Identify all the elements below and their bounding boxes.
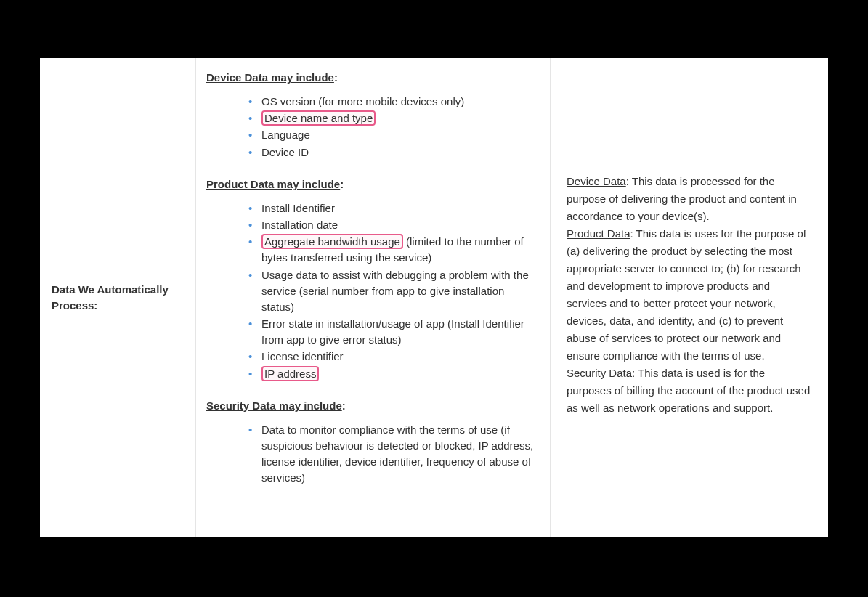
device-data-list: OS version (for more mobile devices only… bbox=[206, 94, 534, 161]
product-heading-text: Product Data may include bbox=[206, 178, 340, 190]
highlight-device-name-type: Device name and type bbox=[261, 110, 376, 126]
list-item: Installation date bbox=[251, 217, 534, 233]
list-item: Error state in installation/usage of app… bbox=[251, 316, 534, 348]
list-item: Device name and type bbox=[251, 110, 534, 126]
highlight-ip-address: IP address bbox=[261, 366, 319, 381]
list-item: OS version (for more mobile devices only… bbox=[251, 94, 534, 110]
column-right: Device Data: This data is processed for … bbox=[551, 58, 828, 537]
list-item: Language bbox=[251, 127, 534, 143]
product-data-label: Product Data bbox=[567, 227, 630, 240]
product-data-body: : This data is uses for the purpose of (… bbox=[567, 227, 806, 362]
device-data-label: Device Data bbox=[567, 175, 626, 187]
security-heading-text: Security Data may include bbox=[206, 399, 342, 412]
list-item: License identifier bbox=[251, 349, 534, 365]
product-data-list: Install Identifier Installation date Agg… bbox=[206, 200, 534, 382]
colon: : bbox=[340, 178, 344, 190]
product-data-heading: Product Data may include: bbox=[206, 178, 534, 190]
device-data-heading: Device Data may include: bbox=[206, 71, 534, 84]
colon: : bbox=[342, 399, 346, 412]
right-description-block: Device Data: This data is processed for … bbox=[567, 173, 811, 417]
document-page: Data We Automatically Process: Device Da… bbox=[40, 58, 828, 537]
list-item: Install Identifier bbox=[251, 200, 534, 216]
colon: : bbox=[334, 71, 338, 84]
list-item: Aggregate bandwidth usage (limited to th… bbox=[251, 234, 534, 266]
device-heading-text: Device Data may include bbox=[206, 71, 334, 84]
list-item: Usage data to assist with debugging a pr… bbox=[251, 267, 534, 316]
column-left: Data We Automatically Process: bbox=[40, 58, 196, 537]
column-middle: Device Data may include: OS version (for… bbox=[196, 58, 551, 537]
security-data-label: Security Data bbox=[567, 367, 632, 379]
list-item: Data to monitor compliance with the term… bbox=[251, 422, 534, 487]
security-data-list: Data to monitor compliance with the term… bbox=[206, 422, 534, 487]
list-item: Device ID bbox=[251, 145, 534, 161]
row-heading: Data We Automatically Process: bbox=[52, 282, 184, 314]
security-data-heading: Security Data may include: bbox=[206, 399, 534, 412]
list-item: IP address bbox=[251, 366, 534, 382]
highlight-aggregate-bandwidth: Aggregate bandwidth usage bbox=[261, 234, 403, 249]
